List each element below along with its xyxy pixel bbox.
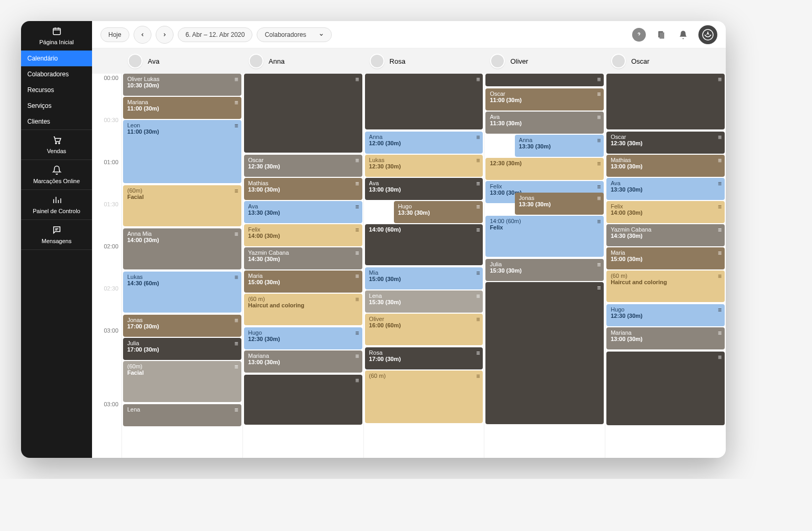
appointment[interactable]: Lukas12:30 (30m)≡: [365, 155, 483, 177]
appointment[interactable]: Ava11:30 (30m)≡: [485, 112, 604, 134]
menu-icon[interactable]: ≡: [718, 354, 722, 361]
appointment[interactable]: Maria15:00 (30m)≡: [244, 270, 362, 293]
appointment[interactable]: Lena15:30 (30m)≡: [365, 290, 483, 313]
menu-icon[interactable]: ≡: [476, 134, 480, 141]
menu-icon[interactable]: ≡: [235, 187, 238, 195]
menu-icon[interactable]: ≡: [356, 180, 359, 187]
appointment[interactable]: ≡: [606, 74, 725, 129]
appointment[interactable]: Felix14:00 (30m)≡: [244, 224, 362, 246]
sidebar-item-home[interactable]: Página Inicial: [21, 21, 92, 51]
appointment[interactable]: (60 m)Haircut and coloring≡: [606, 270, 725, 302]
view-select[interactable]: Colaboradores: [257, 27, 332, 42]
staff-col-head[interactable]: Oliver: [484, 48, 605, 74]
appointment[interactable]: (60m)Facial≡: [123, 185, 241, 226]
appointment[interactable]: Mia15:00 (30m)≡: [365, 267, 483, 289]
appointment[interactable]: ≡: [485, 282, 604, 424]
appointment[interactable]: Ava13:30 (30m)≡: [244, 201, 362, 223]
appointment[interactable]: Julia17:00 (30m)≡: [123, 338, 241, 360]
menu-icon[interactable]: ≡: [476, 373, 480, 380]
next-button[interactable]: [156, 26, 174, 44]
appointment[interactable]: ≡: [365, 74, 483, 129]
appointment[interactable]: Ava13:00 (30m)≡: [365, 178, 483, 200]
appointment[interactable]: Oliver Lukas10:30 (30m)≡: [123, 74, 241, 96]
column-rosa[interactable]: ≡Anna12:00 (30m)≡Lukas12:30 (30m)≡Ava13:…: [363, 74, 484, 458]
menu-icon[interactable]: ≡: [476, 226, 480, 234]
today-button[interactable]: Hoje: [100, 27, 129, 42]
staff-col-head[interactable]: Anna: [242, 48, 363, 74]
menu-icon[interactable]: ≡: [356, 76, 359, 83]
appointment[interactable]: Jonas13:30 (30m)≡: [515, 193, 604, 215]
appointment[interactable]: Oscar12:30 (30m)≡: [244, 155, 362, 177]
menu-icon[interactable]: ≡: [476, 180, 480, 187]
menu-icon[interactable]: ≡: [356, 203, 359, 211]
appointment[interactable]: Hugo12:30 (30m)≡: [244, 327, 362, 349]
appointment[interactable]: Mariana13:00 (30m)≡: [606, 327, 725, 349]
appointment[interactable]: Mathias13:00 (30m)≡: [606, 155, 725, 177]
appointment[interactable]: Mathias13:00 (30m)≡: [244, 178, 362, 200]
menu-icon[interactable]: ≡: [476, 76, 480, 83]
menu-icon[interactable]: ≡: [718, 180, 722, 187]
appointment[interactable]: Lukas14:30 (60m)≡: [123, 272, 241, 313]
appointment[interactable]: Yazmin Cabana14:30 (30m)≡: [606, 224, 725, 246]
appointment[interactable]: Oliver16:00 (60m)≡: [365, 314, 483, 345]
menu-icon[interactable]: ≡: [476, 349, 480, 357]
appointment[interactable]: ≡: [244, 74, 362, 153]
menu-icon[interactable]: ≡: [476, 269, 480, 277]
sidebar-item-clients[interactable]: Clientes: [21, 114, 92, 129]
staff-col-head[interactable]: Ava: [121, 48, 242, 74]
menu-icon[interactable]: ≡: [718, 249, 722, 257]
menu-icon[interactable]: ≡: [356, 377, 359, 384]
appointment[interactable]: (60 m)Haircut and coloring≡: [244, 294, 362, 325]
copy-icon[interactable]: [654, 28, 668, 42]
menu-icon[interactable]: ≡: [718, 329, 722, 337]
appointment[interactable]: Anna Mia14:00 (30m)≡: [123, 228, 241, 269]
menu-icon[interactable]: ≡: [718, 157, 722, 164]
sidebar-item-bookings[interactable]: Marcações Online: [21, 160, 92, 189]
profile-avatar[interactable]: [698, 25, 717, 44]
menu-icon[interactable]: ≡: [356, 296, 359, 303]
appointment[interactable]: 14:00 (60m)Felix≡: [485, 216, 604, 257]
column-anna[interactable]: ≡Oscar12:30 (30m)≡Mathias13:00 (30m)≡Ava…: [242, 74, 363, 458]
menu-icon[interactable]: ≡: [235, 99, 238, 106]
appointment[interactable]: Ava13:30 (30m)≡: [606, 178, 725, 200]
column-oliver[interactable]: ≡Oscar11:00 (30m)≡Ava11:30 (30m)≡Anna13:…: [484, 74, 605, 458]
appointment[interactable]: Maria15:00 (30m)≡: [606, 247, 725, 269]
menu-icon[interactable]: ≡: [476, 203, 480, 211]
menu-icon[interactable]: ≡: [356, 226, 359, 234]
appointment[interactable]: ≡: [485, 74, 604, 86]
menu-icon[interactable]: ≡: [718, 306, 722, 314]
menu-icon[interactable]: ≡: [597, 284, 601, 292]
sidebar-item-services[interactable]: Serviços: [21, 98, 92, 114]
menu-icon[interactable]: ≡: [476, 157, 480, 164]
appointment[interactable]: Hugo12:30 (30m)≡: [606, 304, 725, 326]
sidebar-item-dashboard[interactable]: Painel de Controlo: [21, 190, 92, 219]
appointment[interactable]: Rosa17:00 (30m)≡: [365, 347, 483, 369]
menu-icon[interactable]: ≡: [235, 122, 238, 129]
menu-icon[interactable]: ≡: [235, 317, 238, 324]
appointment[interactable]: 12:30 (30m)≡: [485, 158, 604, 180]
menu-icon[interactable]: ≡: [235, 406, 238, 414]
appointment[interactable]: Oscar11:00 (30m)≡: [485, 88, 604, 111]
appointment[interactable]: Mariana11:00 (30m)≡: [123, 97, 241, 119]
menu-icon[interactable]: ≡: [597, 137, 601, 144]
menu-icon[interactable]: ≡: [476, 316, 480, 323]
menu-icon[interactable]: ≡: [718, 226, 722, 234]
appointment[interactable]: (60 m)≡: [365, 370, 483, 423]
menu-icon[interactable]: ≡: [597, 114, 601, 121]
notification-bell[interactable]: [676, 28, 690, 42]
menu-icon[interactable]: ≡: [356, 353, 359, 360]
menu-icon[interactable]: ≡: [235, 274, 238, 281]
column-ava[interactable]: Oliver Lukas10:30 (30m)≡Mariana11:00 (30…: [121, 74, 242, 458]
menu-icon[interactable]: ≡: [356, 329, 359, 337]
menu-icon[interactable]: ≡: [235, 231, 238, 238]
sidebar-item-calendar[interactable]: Calendário: [21, 51, 92, 66]
menu-icon[interactable]: ≡: [597, 160, 601, 167]
appointment[interactable]: Anna12:00 (30m)≡: [365, 132, 483, 154]
prev-button[interactable]: [134, 26, 151, 44]
menu-icon[interactable]: ≡: [356, 249, 359, 257]
menu-icon[interactable]: ≡: [356, 157, 359, 164]
appointment[interactable]: ≡: [244, 375, 362, 425]
appointment[interactable]: 14:00 (60m)≡: [365, 224, 483, 265]
date-range-button[interactable]: 6. Abr – 12. Abr 2020: [178, 27, 253, 42]
help-button[interactable]: [632, 28, 646, 42]
